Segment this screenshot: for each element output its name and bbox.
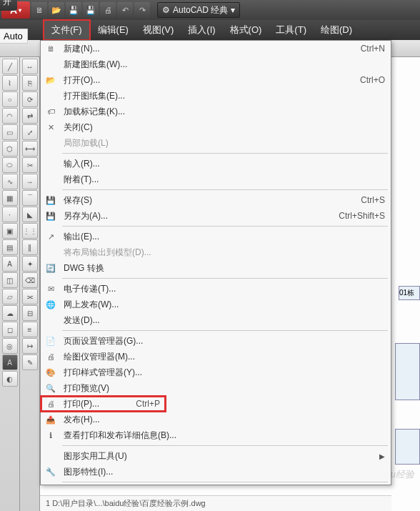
menu-item[interactable]: 📂打开(O)...Ctrl+O xyxy=(41,72,391,88)
menu-item-label: 打印(P)... xyxy=(64,398,136,410)
block-tool[interactable]: ▣ xyxy=(2,223,18,239)
menu-item: 局部加载(L) xyxy=(41,135,391,151)
menu-item[interactable]: 🔄DWG 转换 xyxy=(41,260,391,276)
menu-item[interactable]: 输入(R)... xyxy=(41,156,391,172)
array-tool[interactable]: ⋮⋮ xyxy=(22,223,38,239)
saveas-icon[interactable]: 💾 xyxy=(83,2,99,18)
print-icon[interactable]: 🖨 xyxy=(100,2,116,18)
menu-item[interactable]: 💾保存(S)Ctrl+S xyxy=(41,192,391,208)
table-tool[interactable]: ▤ xyxy=(2,239,18,255)
menu-file[interactable]: 文件(F) xyxy=(43,19,91,41)
wipeout-tool[interactable]: ◻ xyxy=(2,322,18,337)
undo-icon[interactable]: ↶ xyxy=(117,2,133,18)
circle-tool[interactable]: ○ xyxy=(2,91,18,107)
menu-item-shortcut: Ctrl+Shift+S xyxy=(339,211,385,221)
menu-separator xyxy=(62,153,388,154)
spline-tool[interactable]: ∿ xyxy=(2,174,18,189)
rotate-tool[interactable]: ⟳ xyxy=(22,91,38,107)
menu-item-label: 网上发布(W)... xyxy=(64,299,385,311)
menu-item[interactable]: 🔧图形特性(I)... xyxy=(41,464,391,480)
extend-tool[interactable]: → xyxy=(22,174,38,189)
menu-item-icon: 🌐 xyxy=(44,298,58,311)
explode-tool[interactable]: ✦ xyxy=(22,256,38,272)
menu-item-label: 另存为(A)... xyxy=(64,210,339,222)
trim-tool[interactable]: ✂ xyxy=(22,157,38,173)
donut-tool[interactable]: ◎ xyxy=(2,338,18,354)
gear-icon: ⚙ xyxy=(162,5,170,15)
menu-item[interactable]: 🗎新建(N)...Ctrl+N xyxy=(41,41,391,56)
menu-item[interactable]: 图形实用工具(U)▶ xyxy=(41,448,391,464)
lengthen-tool[interactable]: ↦ xyxy=(22,338,38,354)
menu-item[interactable]: 🖨绘图仪管理器(M)... xyxy=(41,349,391,364)
rectangle-tool[interactable]: ▭ xyxy=(2,124,18,140)
copy-tool[interactable]: ⎘ xyxy=(22,75,38,91)
align-tool[interactable]: ≡ xyxy=(22,322,38,337)
break-tool[interactable]: ⊟ xyxy=(22,305,38,321)
region-tool[interactable]: ◫ xyxy=(2,272,18,288)
revision-tool[interactable]: ☁ xyxy=(2,305,18,321)
hatch-tool[interactable]: ▦ xyxy=(2,190,18,206)
menu-item-label: 附着(T)... xyxy=(64,174,385,186)
menu-item-icon: ↗ xyxy=(44,230,58,243)
menu-item[interactable]: ℹ查看打印和发布详细信息(B)... xyxy=(41,427,391,443)
menu-view[interactable]: 视图(V) xyxy=(136,21,181,39)
stretch-tool[interactable]: ⟷ xyxy=(22,141,38,157)
workspace-selector[interactable]: ⚙ AutoCAD 经典 ▾ xyxy=(157,2,240,18)
menu-edit[interactable]: 编辑(E) xyxy=(91,21,136,39)
move-tool[interactable]: ↔ xyxy=(22,59,38,74)
chamfer-tool[interactable]: ◣ xyxy=(22,207,38,222)
menu-item[interactable]: ✕关闭(C) xyxy=(41,119,391,135)
polyline-tool[interactable]: ⌇ xyxy=(2,75,18,91)
layer-combo[interactable]: Auto xyxy=(0,29,28,44)
mtext-tool[interactable]: A xyxy=(2,354,18,370)
menu-draw[interactable]: 绘图(D) xyxy=(314,21,359,39)
menu-item[interactable]: 🏷加载标记集(K)... xyxy=(41,104,391,119)
menu-insert[interactable]: 插入(I) xyxy=(181,21,222,39)
mirror-tool[interactable]: ⇄ xyxy=(22,108,38,124)
menu-item-label: 保存(S) xyxy=(64,194,361,207)
menu-item[interactable]: 📤发布(H)... xyxy=(41,412,391,427)
text-tool[interactable]: A xyxy=(2,256,18,272)
erase-tool[interactable]: ⌫ xyxy=(22,272,38,288)
boundary-tool[interactable]: ▱ xyxy=(2,289,18,304)
menu-item[interactable]: 🔍打印预览(V) xyxy=(41,380,391,396)
edit-tool[interactable]: ✎ xyxy=(22,354,38,370)
menu-item[interactable]: 发送(D)... xyxy=(41,312,391,328)
menu-separator xyxy=(62,482,388,482)
menu-item[interactable]: 打开图纸集(E)... xyxy=(41,88,391,104)
menu-item-label: 图形实用工具(U) xyxy=(64,450,376,462)
menu-item[interactable]: ✉电子传递(T)... xyxy=(41,281,391,297)
menu-item-icon xyxy=(44,173,58,186)
recent-file-item[interactable]: 1 D:\用户目录\...\baidu经验\百度经验示例.dwg xyxy=(40,495,391,511)
save-icon[interactable]: 💾 xyxy=(66,2,81,18)
menu-item[interactable]: 新建图纸集(W)... xyxy=(41,56,391,72)
chevron-down-icon: ▾ xyxy=(231,5,235,15)
menu-separator xyxy=(62,445,388,446)
redo-icon[interactable]: ↷ xyxy=(134,2,150,18)
join-tool[interactable]: ⫘ xyxy=(22,289,38,304)
menu-item[interactable]: 💾另存为(A)...Ctrl+Shift+S xyxy=(41,208,391,224)
new-icon[interactable]: 🗎 xyxy=(31,2,47,18)
menu-item[interactable]: 🎨打印样式管理器(Y)... xyxy=(41,364,391,380)
panel-tab[interactable]: 开 xyxy=(0,0,17,11)
menu-item[interactable]: 🖨打印(P)...Ctrl+P xyxy=(41,396,166,412)
scale-tool[interactable]: ⤢ xyxy=(22,124,38,140)
menu-item[interactable]: 📄页面设置管理器(G)... xyxy=(41,333,391,349)
menu-item[interactable]: 附着(T)... xyxy=(41,172,391,187)
ellipse-tool[interactable]: ⬭ xyxy=(2,157,18,173)
menu-item[interactable]: 🌐网上发布(W)... xyxy=(41,297,391,312)
point-tool[interactable]: · xyxy=(2,207,18,222)
menu-item[interactable]: ↗输出(E)... xyxy=(41,229,391,244)
menu-format[interactable]: 格式(O) xyxy=(223,21,269,39)
open-icon[interactable]: 📂 xyxy=(49,2,64,18)
gradient-tool[interactable]: ◐ xyxy=(2,371,18,387)
offset-tool[interactable]: ‖ xyxy=(22,239,38,255)
menu-tools[interactable]: 工具(T) xyxy=(269,21,314,39)
line-tool[interactable]: ╱ xyxy=(2,59,18,74)
fillet-tool[interactable]: ⌒ xyxy=(22,190,38,206)
menu-item: 将布局输出到模型(D)... xyxy=(41,244,391,260)
menu-item-icon xyxy=(44,246,58,259)
arc-tool[interactable]: ◠ xyxy=(2,108,18,124)
menu-item-label: 打印样式管理器(Y)... xyxy=(64,367,385,379)
polygon-tool[interactable]: ⬡ xyxy=(2,141,18,157)
